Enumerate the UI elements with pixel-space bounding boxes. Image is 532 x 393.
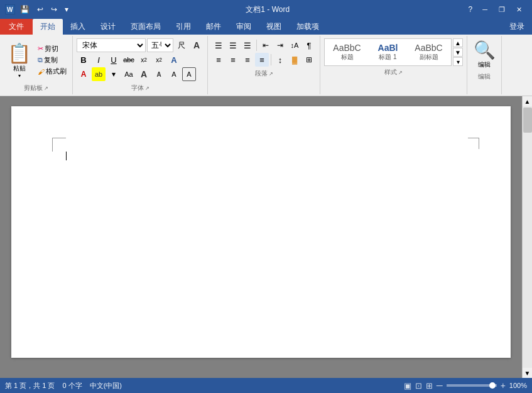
tab-file[interactable]: 文件: [0, 19, 33, 35]
shading-btn[interactable]: ▓: [288, 53, 301, 67]
decrease-indent-btn[interactable]: ⇤: [259, 38, 273, 52]
font-size-dialog-btn[interactable]: 尺: [175, 38, 188, 52]
tab-start[interactable]: 开始: [33, 19, 63, 35]
paste-button[interactable]: 📋 粘贴 ▾: [4, 40, 35, 81]
close-button[interactable]: ✕: [511, 4, 527, 15]
paste-icon: 📋: [8, 42, 31, 64]
zoom-slider[interactable]: [447, 384, 497, 387]
minimize-button[interactable]: ─: [477, 4, 492, 14]
underline-button[interactable]: U: [107, 53, 121, 67]
clipboard-group: 📋 粘贴 ▾ ✂ 剪切 ⧉ 复制 🖌 格式刷: [0, 36, 73, 94]
strikethrough-button[interactable]: abc: [122, 53, 136, 67]
paste-dropdown[interactable]: ▾: [18, 73, 21, 79]
app-window: W 💾 ↩ ↪ ▾ 文档1 - Word ? ─ ❐ ✕ 文件 开始 插入 设计…: [0, 0, 532, 393]
tab-design[interactable]: 设计: [93, 19, 123, 35]
help-button[interactable]: ?: [465, 4, 477, 15]
format-painter-button[interactable]: 🖌 格式刷: [36, 66, 68, 77]
document-page[interactable]: [11, 106, 511, 358]
grow-font-btn[interactable]: A: [137, 67, 151, 81]
align-left-btn[interactable]: ≡: [212, 53, 225, 67]
para-expand[interactable]: ↗: [269, 71, 273, 77]
ribbon-tabs-row: 文件 开始 插入 设计 页面布局 引用 邮件 审阅 视图 加载项 登录: [0, 19, 532, 35]
tab-references[interactable]: 引用: [168, 19, 198, 35]
cut-label: 剪切: [45, 44, 58, 53]
bullets-btn[interactable]: ☰: [212, 38, 225, 52]
zoom-in-btn[interactable]: +: [501, 380, 506, 390]
svg-text:W: W: [7, 6, 13, 13]
web-layout-btn[interactable]: ⊞: [426, 381, 433, 390]
edit-icon: 🔍: [474, 40, 496, 60]
redo-quick-btn[interactable]: ↪: [48, 4, 60, 15]
tab-view[interactable]: 视图: [259, 19, 289, 35]
superscript-button[interactable]: x2: [152, 53, 166, 67]
paragraph-group: ☰ ☰ ☰ ⇤ ⇥ ↕A ¶ ≡ ≡ ≡ ≡ ↕ ▓ ⊞: [208, 36, 320, 94]
char-shading-btn[interactable]: A: [167, 67, 181, 81]
clear-format-btn[interactable]: A: [190, 38, 204, 52]
title-bar-left: W 💾 ↩ ↪ ▾: [5, 4, 71, 15]
print-layout-btn[interactable]: ▣: [404, 381, 411, 390]
ribbon: 📋 粘贴 ▾ ✂ 剪切 ⧉ 复制 🖌 格式刷: [0, 35, 532, 96]
char-border-btn[interactable]: A: [182, 67, 196, 81]
zoom-thumb[interactable]: [489, 382, 496, 389]
sort-btn[interactable]: ↕A: [288, 38, 301, 52]
styles-more-btn[interactable]: ▾: [453, 57, 463, 66]
tab-addins[interactable]: 加载项: [289, 19, 327, 35]
font-color-picker[interactable]: ▾: [107, 67, 121, 81]
subscript-button[interactable]: x2: [137, 53, 151, 67]
font-size-select[interactable]: 五号: [147, 38, 173, 52]
styles-scroll-up[interactable]: ▲: [453, 38, 463, 47]
clipboard-expand[interactable]: ↗: [44, 86, 48, 91]
justify-btn[interactable]: ≡: [255, 53, 269, 67]
zoom-out-btn[interactable]: ─: [437, 380, 443, 390]
title-bar: W 💾 ↩ ↪ ▾ 文档1 - Word ? ─ ❐ ✕: [0, 0, 532, 19]
bold-button[interactable]: B: [77, 53, 90, 67]
save-quick-btn[interactable]: 💾: [18, 4, 32, 15]
scroll-down-btn[interactable]: ▼: [523, 368, 533, 378]
font-color-btn[interactable]: A: [77, 67, 90, 81]
edit-button[interactable]: 🔍 编辑: [470, 37, 499, 72]
align-right-btn[interactable]: ≡: [241, 53, 254, 67]
customize-quick-btn[interactable]: ▾: [62, 4, 71, 15]
highlight-btn[interactable]: ab: [92, 67, 106, 81]
style-subtitle-item[interactable]: AaBbC 副标题: [408, 41, 449, 64]
clipboard-label: 剪贴板 ↗: [3, 83, 70, 93]
styles-expand[interactable]: ↗: [398, 70, 403, 75]
increase-indent-btn[interactable]: ⇥: [273, 38, 287, 52]
multilevel-btn[interactable]: ☰: [241, 38, 254, 52]
styles-label: 样式 ↗: [323, 67, 464, 77]
numbering-btn[interactable]: ☰: [226, 38, 240, 52]
italic-button[interactable]: I: [92, 53, 106, 67]
paste-label: 粘贴: [13, 64, 26, 73]
status-right: ▣ ⊡ ⊞ ─ + 100%: [404, 380, 527, 390]
styles-gallery: AaBbC 标题 AaBl 标题 1 AaBbC 副标题: [324, 38, 452, 66]
scroll-up-btn[interactable]: ▲: [523, 96, 533, 106]
change-case-btn[interactable]: Aa: [122, 67, 136, 81]
show-marks-btn[interactable]: ¶: [302, 38, 316, 52]
tab-insert[interactable]: 插入: [63, 19, 93, 35]
tab-review[interactable]: 审阅: [229, 19, 259, 35]
style-subtitle-label: 副标题: [420, 53, 438, 62]
font-name-select[interactable]: 宋体: [77, 38, 146, 52]
full-reading-btn[interactable]: ⊡: [415, 381, 422, 390]
shrink-font-btn[interactable]: A: [152, 67, 166, 81]
styles-scroll-down[interactable]: ▼: [453, 48, 463, 57]
restore-button[interactable]: ❐: [494, 4, 510, 15]
font-expand[interactable]: ↗: [145, 86, 149, 91]
tab-layout[interactable]: 页面布局: [123, 19, 168, 35]
cut-button[interactable]: ✂ 剪切: [36, 43, 68, 54]
align-center-btn[interactable]: ≡: [226, 53, 240, 67]
clipboard-sub: ✂ 剪切 ⧉ 复制 🖌 格式刷: [36, 43, 68, 77]
style-normal-item[interactable]: AaBbC 标题: [327, 41, 367, 64]
borders-btn[interactable]: ⊞: [302, 53, 316, 67]
scroll-track[interactable]: [523, 106, 532, 368]
scroll-thumb[interactable]: [523, 108, 532, 133]
copy-button[interactable]: ⧉ 复制: [36, 55, 68, 65]
signin-button[interactable]: 登录: [502, 19, 532, 35]
document-scroll-area[interactable]: [0, 96, 522, 378]
line-spacing-btn[interactable]: ↕: [273, 53, 287, 67]
undo-quick-btn[interactable]: ↩: [35, 4, 46, 15]
text-effect-button[interactable]: A: [167, 53, 181, 67]
para-divider2: [271, 54, 271, 65]
style-h1-item[interactable]: AaBl 标题 1: [367, 41, 408, 64]
tab-mailings[interactable]: 邮件: [198, 19, 229, 35]
